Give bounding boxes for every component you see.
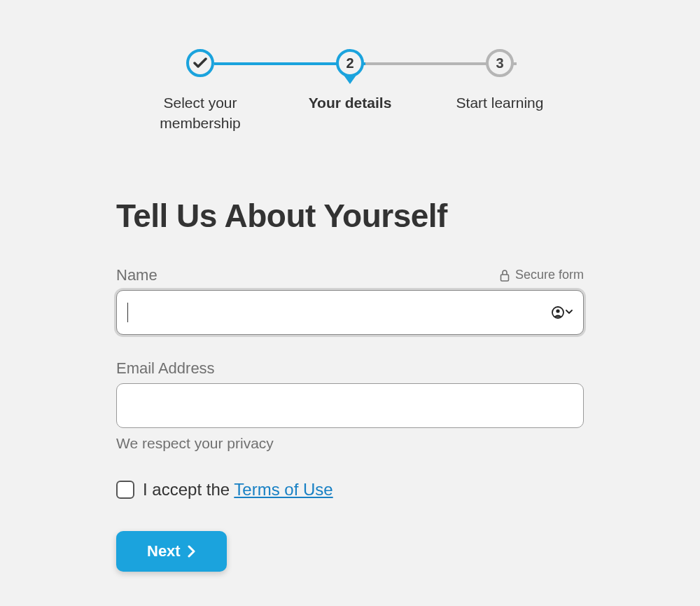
step-2: 2 Your details <box>287 49 413 113</box>
step-3-label: Start learning <box>456 92 544 113</box>
terms-prefix: I accept the <box>143 480 234 499</box>
text-cursor <box>127 303 128 322</box>
check-icon <box>193 57 207 69</box>
terms-consent-row: I accept the Terms of Use <box>116 480 584 500</box>
next-button[interactable]: Next <box>116 531 227 572</box>
step-1-circle <box>186 49 214 77</box>
name-label: Name <box>116 266 158 284</box>
terms-checkbox[interactable] <box>116 481 134 499</box>
lock-icon <box>500 269 510 282</box>
step-1: Select your membership <box>137 49 263 134</box>
terms-of-use-link[interactable]: Terms of Use <box>234 480 332 499</box>
chevron-right-icon <box>188 545 196 558</box>
email-input[interactable] <box>116 383 584 428</box>
email-input-wrap <box>116 383 584 428</box>
step-1-label: Select your membership <box>137 92 263 134</box>
secure-form-text: Secure form <box>515 268 584 282</box>
name-field-header: Name Secure form <box>116 266 584 284</box>
person-circle-icon <box>552 306 564 319</box>
step-3: 3 Start learning <box>437 49 563 113</box>
step-2-label: Your details <box>309 92 392 113</box>
name-input-wrap <box>116 290 584 335</box>
secure-form-badge: Secure form <box>500 268 584 282</box>
terms-consent-text: I accept the Terms of Use <box>143 480 333 500</box>
chevron-down-icon <box>566 310 573 315</box>
step-3-number: 3 <box>496 55 503 71</box>
step-2-number: 2 <box>346 55 354 71</box>
next-button-label: Next <box>147 542 181 560</box>
page-title: Tell Us About Yourself <box>116 197 584 235</box>
name-input[interactable] <box>116 290 584 335</box>
progress-stepper: Select your membership 2 Your details 3 … <box>116 49 584 134</box>
svg-point-2 <box>556 309 559 312</box>
svg-rect-0 <box>500 275 508 281</box>
signup-form-container: Select your membership 2 Your details 3 … <box>116 0 584 572</box>
contact-autofill-picker[interactable] <box>552 306 573 319</box>
step-3-circle: 3 <box>486 49 514 77</box>
email-privacy-hint: We respect your privacy <box>116 435 584 452</box>
email-label: Email Address <box>116 359 584 378</box>
step-2-circle: 2 <box>336 49 364 77</box>
